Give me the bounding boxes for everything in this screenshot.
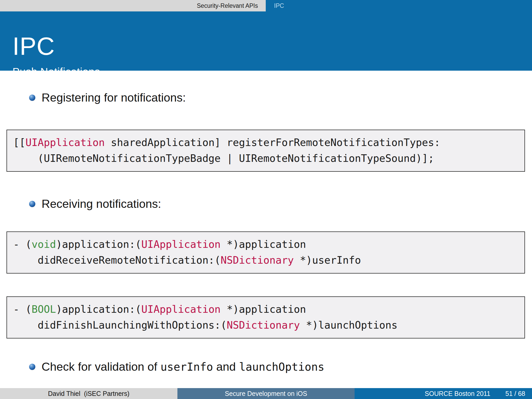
footer-author-box: David Thiel (iSEC Partners)	[0, 388, 177, 399]
top-navigation-bar: Security-Relevant APIs IPC	[0, 0, 532, 11]
code-token-plain: - (	[13, 303, 31, 315]
topbar-subsection-box: IPC	[266, 0, 532, 11]
footer-venue-box: SOURCE Boston 2011 51 / 68	[355, 388, 532, 399]
code-line: didFinishLaunchingWithOptions:(NSDiction…	[13, 317, 524, 333]
code-line: - (BOOL)application:(UIApplication *)app…	[13, 301, 524, 317]
footer-presentation-title: Secure Development on iOS	[225, 390, 307, 397]
check-middle-text: and	[213, 360, 239, 373]
bullet-text-check-validation: Check for validation of userInfo and lau…	[42, 360, 324, 374]
code-line: didReceiveRemoteNotification:(NSDictiona…	[13, 252, 524, 268]
inline-code-userinfo: userInfo	[161, 361, 213, 373]
code-block-did-finish-launching: - (BOOL)application:(UIApplication *)app…	[6, 296, 525, 338]
footer-bar: David Thiel (iSEC Partners) Secure Devel…	[0, 388, 532, 399]
code-token-plain: )application:(	[56, 303, 141, 315]
code-token-plain: *)application	[221, 238, 306, 250]
bullet-sphere-icon	[29, 201, 35, 207]
code-token-plain: )application:(	[56, 238, 141, 250]
code-block-did-receive-notification: - (void)application:(UIApplication *)app…	[6, 231, 525, 274]
code-token-plain: - (	[13, 238, 31, 250]
bullet-text-registering: Registering for notifications:	[42, 91, 186, 104]
code-token-type: UIApplication	[141, 238, 221, 250]
bullet-item-registering: Registering for notifications:	[29, 90, 186, 105]
bullet-sphere-icon	[29, 364, 35, 370]
code-token-keyword: void	[31, 238, 56, 250]
code-token-plain: didFinishLaunchingWithOptions:(	[13, 319, 227, 331]
bullet-text-receiving: Receiving notifications:	[42, 197, 161, 211]
code-token-plain: *)userInfo	[294, 254, 361, 266]
code-token-type: NSDictionary	[227, 319, 300, 331]
code-token-plain: *)application	[221, 303, 306, 315]
topbar-section-box: Security-Relevant APIs	[0, 0, 266, 11]
bullet-item-receiving: Receiving notifications:	[29, 197, 161, 211]
code-token-type: UIApplication	[141, 303, 221, 315]
bullet-item-check-validation: Check for validation of userInfo and lau…	[29, 360, 324, 374]
slide-subtitle: Push Notifications	[12, 66, 100, 77]
code-token-plain: [[	[13, 137, 25, 148]
code-line: - (void)application:(UIApplication *)app…	[13, 236, 524, 252]
footer-page-number: 51 / 68	[506, 390, 525, 397]
presentation-slide: Security-Relevant APIs IPC IPC Push Noti…	[0, 0, 532, 399]
code-token-plain: didReceiveRemoteNotification:(	[13, 254, 221, 266]
code-token-plain: *)launchOptions	[300, 319, 398, 331]
code-token-type: NSDictionary	[221, 254, 294, 266]
frame-title-bar: IPC Push Notifications	[0, 11, 532, 71]
bullet-sphere-icon	[29, 95, 35, 101]
topbar-subsection-label: IPC	[274, 2, 284, 9]
code-block-register-notifications: [[UIApplication sharedApplication] regis…	[6, 130, 525, 172]
code-line: (UIRemoteNotificationTypeBadge | UIRemot…	[13, 150, 524, 166]
check-prefix-text: Check for validation of	[42, 360, 161, 373]
footer-venue: SOURCE Boston 2011	[425, 390, 490, 397]
footer-author: David Thiel (iSEC Partners)	[48, 390, 130, 397]
footer-title-box: Secure Development on iOS	[177, 388, 355, 399]
slide-title: IPC	[12, 34, 55, 59]
code-token-keyword: BOOL	[31, 303, 56, 315]
code-token-plain: sharedApplication] registerForRemoteNoti…	[105, 137, 440, 148]
topbar-section-label: Security-Relevant APIs	[197, 2, 258, 9]
code-line: [[UIApplication sharedApplication] regis…	[13, 135, 524, 150]
code-token-type: UIApplication	[25, 137, 105, 148]
code-token-plain: (UIRemoteNotificationTypeBadge | UIRemot…	[13, 152, 434, 164]
inline-code-launchoptions: launchOptions	[239, 361, 324, 373]
